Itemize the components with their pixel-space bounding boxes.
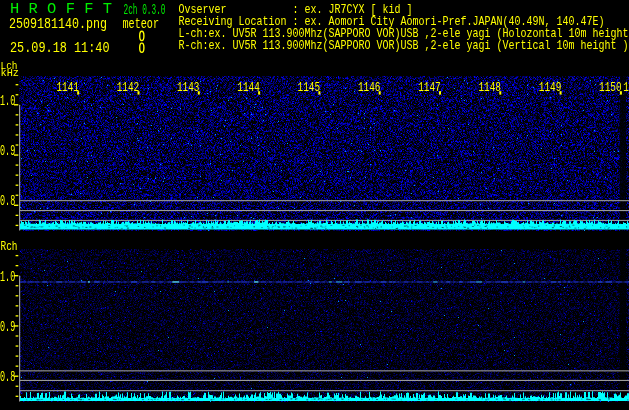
svg-text:0.8: 0.8 (0, 370, 15, 385)
svg-text:1145: 1145 (298, 80, 321, 95)
svg-text:1147: 1147 (418, 80, 441, 95)
svg-text:1149: 1149 (539, 80, 562, 95)
svg-text:2509181140.png: 2509181140.png (9, 16, 107, 32)
svg-text:1146: 1146 (358, 80, 381, 95)
svg-text:kHz: kHz (1, 66, 20, 79)
svg-text:1141: 1141 (56, 80, 79, 95)
svg-text:1142: 1142 (117, 80, 140, 95)
svg-text:0.9: 0.9 (0, 320, 15, 335)
svg-text:Rch: Rch (1, 239, 18, 254)
svg-text:0.8: 0.8 (0, 194, 15, 209)
svg-text:1148: 1148 (479, 80, 502, 95)
svg-text:1.0: 1.0 (0, 270, 15, 285)
svg-text:1144: 1144 (237, 80, 259, 95)
svg-text:0.9: 0.9 (0, 144, 15, 159)
svg-text:25.09.18 11:40: 25.09.18 11:40 (10, 40, 110, 56)
svg-text:16: 16 (623, 80, 629, 95)
svg-text:R-ch:ex. UV5R 113.900Mhz(SAPPO: R-ch:ex. UV5R 113.900Mhz(SAPPORO VOR)USB… (179, 39, 629, 53)
svg-text:1150: 1150 (599, 80, 622, 95)
svg-text:1143: 1143 (177, 80, 200, 95)
svg-text:1.0: 1.0 (0, 94, 15, 109)
svg-text:meteor: meteor (123, 16, 160, 32)
